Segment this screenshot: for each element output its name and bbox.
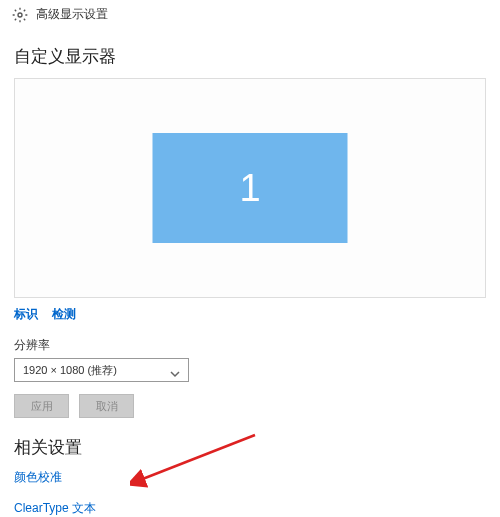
customize-display-heading: 自定义显示器 [14,45,486,68]
color-calibration-link[interactable]: 颜色校准 [14,469,486,486]
resolution-label: 分辨率 [14,337,486,354]
gear-icon [12,7,28,23]
identify-link[interactable]: 标识 [14,306,38,323]
window-title: 高级显示设置 [36,6,108,23]
apply-button[interactable]: 应用 [14,394,69,418]
window-header: 高级显示设置 [0,0,500,29]
svg-point-0 [18,13,22,17]
monitor-actions: 标识 检测 [14,306,486,323]
action-buttons: 应用 取消 [14,394,486,418]
detect-link[interactable]: 检测 [52,306,76,323]
cancel-button[interactable]: 取消 [79,394,134,418]
cleartype-link[interactable]: ClearType 文本 [14,500,486,517]
monitor-1[interactable]: 1 [153,133,348,243]
chevron-down-icon [170,365,180,375]
related-settings-heading: 相关设置 [14,436,486,459]
monitor-arrangement-area[interactable]: 1 [14,78,486,298]
related-links-list: 颜色校准 ClearType 文本 文本和其他项目大小调整的高级选项 显示适配器… [14,469,486,517]
resolution-value: 1920 × 1080 (推荐) [23,363,170,378]
monitor-number: 1 [239,167,260,210]
resolution-select[interactable]: 1920 × 1080 (推荐) [14,358,189,382]
